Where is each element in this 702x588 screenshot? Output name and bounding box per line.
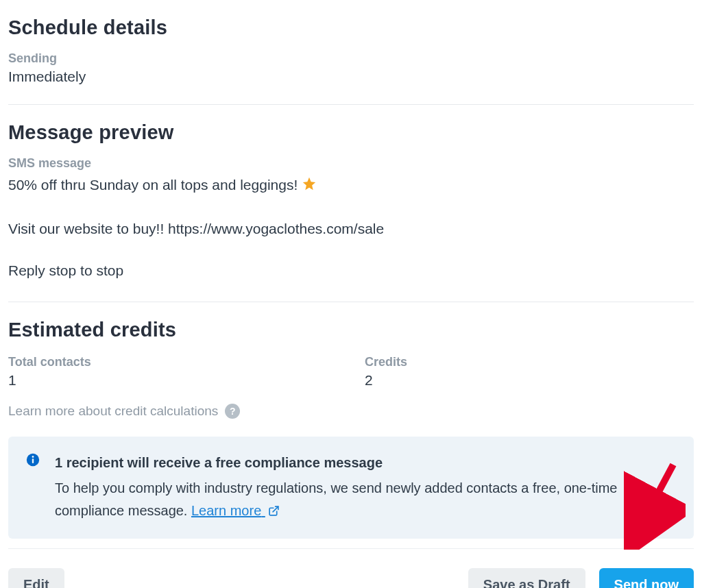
schedule-heading: Schedule details: [8, 16, 694, 39]
compliance-title: 1 recipient will receive a free complian…: [55, 452, 676, 474]
external-link-icon: [268, 501, 280, 524]
save-as-draft-button[interactable]: Save as Draft: [468, 568, 585, 588]
sms-review-page: Schedule details Sending Immediately Mes…: [0, 0, 702, 588]
sms-message-label: SMS message: [8, 156, 694, 171]
credit-calc-info: Learn more about credit calculations ?: [8, 404, 694, 419]
action-bar: Edit Save as Draft Send now: [8, 568, 694, 588]
edit-button[interactable]: Edit: [8, 568, 64, 588]
svg-rect-1: [32, 458, 34, 463]
svg-point-2: [32, 456, 34, 458]
help-icon[interactable]: ?: [225, 404, 240, 419]
compliance-learn-more-link[interactable]: Learn more: [191, 503, 280, 518]
send-now-button[interactable]: Send now: [599, 568, 694, 588]
divider: [8, 302, 694, 302]
sending-label: Sending: [8, 51, 694, 66]
credits-value: 2: [365, 372, 694, 389]
info-icon: [26, 453, 43, 469]
svg-line-3: [273, 506, 278, 512]
credits-row: Total contacts 1 Credits 2: [8, 355, 694, 389]
credits-col: Credits 2: [365, 355, 694, 389]
schedule-details-section: Schedule details Sending Immediately: [8, 16, 694, 85]
divider: [8, 104, 694, 105]
sms-line-3: Reply stop to stop: [8, 259, 694, 282]
estimated-credits-section: Estimated credits Total contacts 1 Credi…: [8, 319, 694, 539]
compliance-body-wrap: To help you comply with industry regulat…: [55, 477, 676, 524]
preview-heading: Message preview: [8, 121, 694, 144]
total-contacts-col: Total contacts 1: [8, 355, 365, 389]
star-icon: [302, 175, 317, 198]
compliance-info-content: 1 recipient will receive a free complian…: [55, 452, 676, 524]
sms-message-body: 50% off thru Sunday on all tops and legg…: [8, 173, 694, 282]
sending-value: Immediately: [8, 69, 694, 85]
divider: [8, 548, 694, 549]
message-preview-section: Message preview SMS message 50% off thru…: [8, 121, 694, 282]
sms-line-1: 50% off thru Sunday on all tops and legg…: [8, 173, 694, 198]
action-right-group: Save as Draft Send now: [468, 568, 694, 588]
credit-calc-text: Learn more about credit calculations: [8, 404, 218, 419]
sms-line-1-text: 50% off thru Sunday on all tops and legg…: [8, 177, 298, 193]
compliance-learn-more-text: Learn more: [191, 503, 261, 518]
total-contacts-value: 1: [8, 372, 365, 389]
total-contacts-label: Total contacts: [8, 355, 365, 369]
credits-heading: Estimated credits: [8, 319, 694, 341]
credits-label: Credits: [365, 355, 694, 369]
sms-line-2: Visit our website to buy!! https://www.y…: [8, 217, 694, 241]
compliance-info-banner: 1 recipient will receive a free complian…: [8, 437, 694, 539]
compliance-body: To help you comply with industry regulat…: [55, 480, 617, 518]
